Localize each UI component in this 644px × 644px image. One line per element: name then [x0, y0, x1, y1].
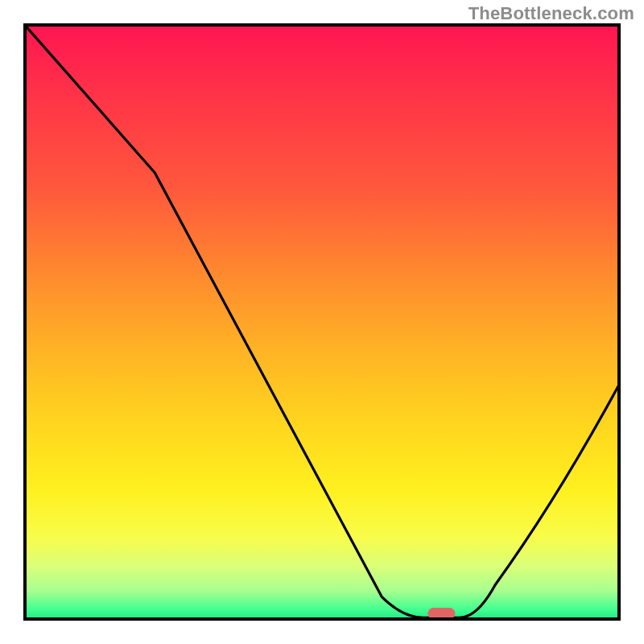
plot-area [23, 23, 621, 621]
attribution-text: TheBottleneck.com [469, 3, 634, 24]
gradient-background [23, 23, 621, 621]
chart-container: TheBottleneck.com [0, 0, 644, 644]
